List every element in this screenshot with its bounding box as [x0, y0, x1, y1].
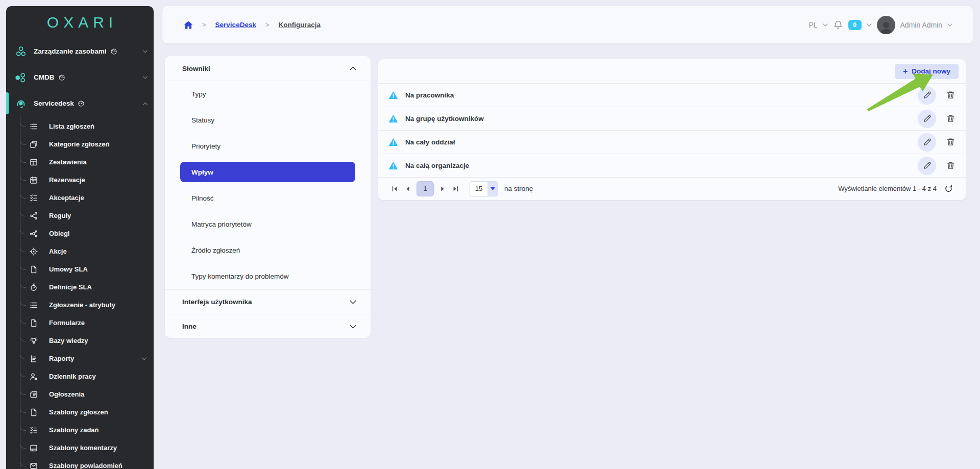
mail-icon: [30, 462, 38, 469]
sidebar-section-label: Zarządzanie zasobami: [34, 47, 107, 55]
sidebar-item-ogloszenia[interactable]: Ogłoszenia: [6, 385, 154, 403]
delete-button[interactable]: [941, 86, 960, 105]
target-icon: [30, 248, 38, 256]
config-item-zrodlo-zgloszen[interactable]: Źródło zgłoszeń: [165, 237, 371, 263]
chevron-down-icon[interactable]: [823, 23, 828, 27]
user-name[interactable]: Admin Admin: [900, 21, 942, 29]
config-item-statusy[interactable]: Statusy: [165, 107, 371, 133]
impact-row-label: Na grupę użytkowników: [405, 115, 484, 122]
pagination-summary: Wyświetlanie elementów 1 - 4 z 4: [838, 185, 937, 192]
next-page-button[interactable]: [436, 182, 449, 195]
document-icon: [30, 265, 38, 274]
chevron-down-icon: [143, 50, 148, 53]
sidebar-item-dziennik-pracy[interactable]: Dziennik pracy: [6, 367, 154, 385]
sidebar-item-zgloszenie-atrybuty[interactable]: Zgłoszenie - atrybuty: [6, 296, 154, 314]
list-toolbar: + Dodaj nowy: [378, 59, 966, 84]
sidebar-section-servicedesk[interactable]: Servicedesk: [6, 90, 154, 116]
sidebar-item-kategorie-zgloszen[interactable]: Kategorie zgłoszeń: [6, 135, 154, 153]
current-page-button[interactable]: 1: [416, 181, 434, 196]
sidebar-item-rezerwacje[interactable]: Rezerwacje: [6, 171, 154, 189]
edit-button[interactable]: [918, 133, 936, 152]
config-item-typy[interactable]: Typy: [165, 81, 371, 107]
warning-icon: [388, 114, 398, 123]
config-item-pilnosc[interactable]: Pilność: [165, 185, 371, 211]
sidebar-item-label: Ogłoszenia: [49, 390, 84, 398]
chevron-down-icon: [143, 76, 148, 79]
config-group-label: Interfejs użytkownika: [182, 298, 252, 306]
delete-button[interactable]: [941, 133, 960, 152]
previous-page-button[interactable]: [401, 182, 414, 195]
sidebar-item-akceptacje[interactable]: Akceptacje: [6, 189, 154, 207]
hexagons-icon: [15, 46, 27, 57]
impact-list-card: + Dodaj nowy Na pracownikaNa grupę użytk…: [378, 59, 966, 200]
sidebar-item-label: Szablony zadań: [49, 426, 99, 434]
last-page-button[interactable]: [449, 182, 462, 195]
chevron-down-icon: [142, 357, 146, 360]
config-item-priorytety[interactable]: Priorytety: [165, 133, 371, 159]
sidebar-item-umowy-sla[interactable]: Umowy SLA: [6, 260, 154, 278]
config-item-wplyw[interactable]: Wpływ: [180, 162, 355, 182]
sidebar-item-szablony-powiadomien[interactable]: Szablony powiadomień: [6, 457, 154, 469]
chevron-down-icon[interactable]: [947, 23, 952, 27]
sidebar-item-lista-zgloszen[interactable]: Lista zgłoszeń: [6, 117, 154, 135]
sidebar-item-label: Umowy SLA: [49, 265, 88, 273]
sidebar-item-bazy-wiedzy[interactable]: Bazy wiedzy: [6, 332, 154, 350]
list-icon: [30, 122, 38, 131]
config-item-typy-komentarzy-do-problemow[interactable]: Typy komentarzy do problemów: [165, 263, 371, 289]
sidebar-item-szablony-komentarzy[interactable]: Szablony komentarzy: [6, 439, 154, 457]
per-page-label: na stronę: [504, 185, 533, 192]
sidebar-item-reguly[interactable]: Reguły: [6, 207, 154, 225]
sidebar-item-akcje[interactable]: Akcje: [6, 242, 154, 260]
config-group-inne[interactable]: Inne: [165, 314, 371, 338]
add-new-button[interactable]: + Dodaj nowy: [895, 64, 959, 79]
breadcrumb-separator: >: [202, 21, 206, 29]
breadcrumb-link-servicedesk[interactable]: ServiceDesk: [215, 21, 256, 29]
home-icon[interactable]: [184, 21, 193, 29]
caret-down-icon: [491, 187, 495, 190]
edit-pencil-icon: [922, 137, 932, 147]
config-group-slowniki[interactable]: Słowniki: [165, 56, 371, 81]
page-size-select[interactable]: 15: [470, 181, 498, 196]
sidebar-item-label: Kategorie zgłoszeń: [49, 140, 109, 148]
delete-button[interactable]: [941, 157, 960, 175]
refresh-button[interactable]: [941, 181, 956, 196]
bell-icon[interactable]: [833, 20, 843, 30]
sidebar-item-label: Lista zgłoszeń: [49, 122, 94, 130]
edit-button[interactable]: [918, 157, 936, 175]
sidebar-section-label: CMDB: [34, 73, 55, 81]
calendar-icon: [30, 176, 38, 184]
previous-page-icon: [404, 185, 411, 192]
breadcrumb-link-konfiguracja[interactable]: Konfiguracja: [279, 21, 321, 29]
sidebar-item-obiegi[interactable]: Obiegi: [6, 225, 154, 242]
announcement-icon: [30, 390, 38, 399]
first-page-button[interactable]: [388, 182, 401, 195]
sidebar-item-raporty[interactable]: Raporty: [6, 350, 154, 367]
first-page-icon: [391, 185, 398, 192]
sidebar-item-zestawienia[interactable]: Zestawienia: [6, 153, 154, 171]
edit-button[interactable]: [918, 86, 936, 105]
document-icon: [30, 319, 38, 327]
language-selector[interactable]: PL: [808, 21, 817, 29]
last-page-icon: [452, 185, 459, 192]
edit-button[interactable]: [918, 110, 936, 128]
config-item-matryca-priorytetow[interactable]: Matryca priorytetów: [165, 211, 371, 237]
refresh-icon: [944, 184, 953, 193]
sidebar-item-label: Zestawienia: [49, 158, 87, 166]
gauge-icon: [58, 74, 65, 81]
config-group-interfejs-uzytkownika[interactable]: Interfejs użytkownika: [165, 289, 371, 314]
pagination-bar: 1 15 na stronę Wyświetlanie elementów 1 …: [378, 178, 966, 200]
chevron-down-icon[interactable]: [867, 23, 872, 27]
sidebar-item-szablony-zgloszen[interactable]: Szablony zgłoszeń: [6, 403, 154, 421]
sidebar-section-cmdb[interactable]: CMDB: [6, 64, 154, 90]
sidebar-item-formularze[interactable]: Formularze: [6, 314, 154, 332]
sidebar-section-zarzadzanie-zasobami[interactable]: Zarządzanie zasobami: [6, 38, 154, 64]
list-icon: [30, 301, 38, 309]
notification-badge[interactable]: 0: [848, 20, 862, 30]
sidebar-item-szablony-zadan[interactable]: Szablony zadań: [6, 421, 154, 439]
edit-pencil-icon: [922, 90, 932, 100]
avatar[interactable]: [877, 16, 895, 34]
sidebar-item-definicje-sla[interactable]: Definicje SLA: [6, 278, 154, 296]
sidebar-item-label: Szablony komentarzy: [49, 444, 117, 452]
sidebar-item-label: Dziennik pracy: [49, 373, 96, 380]
delete-button[interactable]: [941, 110, 960, 128]
